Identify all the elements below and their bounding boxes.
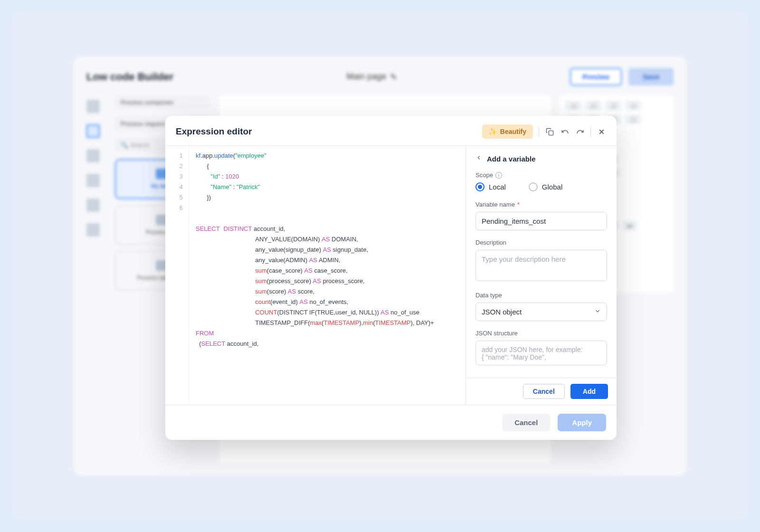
json-structure-input[interactable]: add your JSON here, for example: { "name… xyxy=(475,341,607,365)
modal-cancel-button[interactable]: Cancel xyxy=(502,414,550,431)
scope-radio-local[interactable]: Local xyxy=(475,182,506,191)
magic-wand-icon: ✨ xyxy=(489,128,497,135)
copy-icon[interactable] xyxy=(545,127,554,136)
line-gutter: 1 2 3 4 5 6 xyxy=(165,146,189,405)
description-label: Description xyxy=(475,239,607,246)
chevron-down-icon xyxy=(594,308,601,316)
variable-name-label: Variable name* xyxy=(475,201,607,208)
info-icon[interactable]: i xyxy=(495,172,502,179)
back-icon[interactable] xyxy=(475,154,482,163)
undo-icon[interactable] xyxy=(560,127,570,136)
variable-name-input[interactable] xyxy=(475,212,607,230)
scope-label: Scope i xyxy=(475,171,607,179)
scope-radio-global[interactable]: Global xyxy=(529,182,562,191)
svg-rect-0 xyxy=(549,131,553,135)
variable-panel-title: Add a variable xyxy=(487,155,536,163)
variable-cancel-button[interactable]: Cancel xyxy=(523,384,565,399)
datatype-label: Data type xyxy=(475,292,607,299)
beautify-button[interactable]: ✨ Beautify xyxy=(482,124,533,139)
variable-add-button[interactable]: Add xyxy=(570,384,608,399)
outer-frame: Low code Builder Main page ✎ Preview Sav… xyxy=(11,11,749,521)
modal-title: Expression editor xyxy=(176,126,252,137)
json-structure-label: JSON structure xyxy=(475,330,607,337)
variable-panel: Add a variable Scope i Local xyxy=(466,146,617,405)
close-icon[interactable] xyxy=(597,127,606,136)
redo-icon[interactable] xyxy=(575,127,585,136)
modal-overlay: Expression editor ✨ Beautify xyxy=(11,11,749,521)
modal-apply-button[interactable]: Apply xyxy=(558,414,606,431)
description-input[interactable] xyxy=(475,250,607,281)
code-editor[interactable]: 1 2 3 4 5 6 kf.app.update("employee" { "… xyxy=(165,146,466,405)
code-content[interactable]: kf.app.update("employee" { "Id" : 1020 "… xyxy=(189,146,441,405)
datatype-select[interactable]: JSON object xyxy=(475,303,607,321)
expression-editor-modal: Expression editor ✨ Beautify xyxy=(165,116,617,440)
